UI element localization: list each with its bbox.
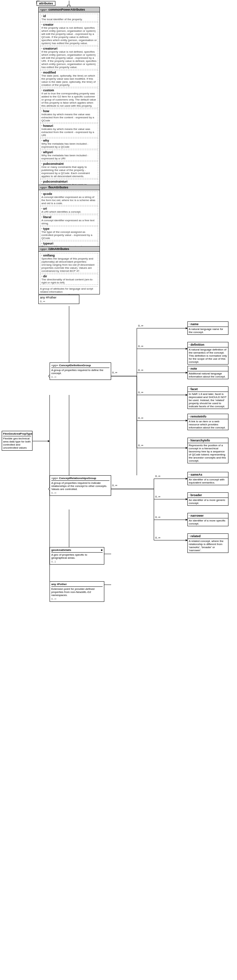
fa-header: «grp» flexAttributes <box>39 185 100 190</box>
rb-def-desc: A natural language definition of the sem… <box>188 347 228 364</box>
i18n-footer: A group of attributes for language and s… <box>40 286 98 293</box>
rb-facet-desc: In NAR 1.8 and later, facet is deprecate… <box>188 392 228 409</box>
mult-narrower: 0..∞ <box>155 515 161 519</box>
field-qcode: · qcode A concept identifier expressed a… <box>40 191 98 205</box>
cdg-header: «grp» ConceptDefinitionGroup <box>51 364 110 368</box>
i18n-header: «grp» i18nAttributes <box>39 247 100 252</box>
rb-def-header: · definition <box>188 342 228 347</box>
rb-facet-header: · facet <box>188 387 228 392</box>
concept-definition-group-box: «grp» ConceptDefinitionGroup A group of … <box>49 363 111 380</box>
geo-area-details-box: geoAreaDetails ■ A geo of properties spe… <box>49 547 104 565</box>
cdg-title: ConceptDefinitionGroup <box>59 364 91 367</box>
field-creatoruri: · creatoruri If the property value is no… <box>40 46 98 69</box>
mult-sameas: 0..∞ <box>155 475 161 478</box>
field-why: · why Why the metadata has been included… <box>40 138 98 149</box>
crg-header: «grp» ConceptRelationshipsGroup <box>51 477 110 481</box>
field-id: · id The local identifier of the propert… <box>40 14 98 22</box>
field-pubconstraint: · pubconstraint One or many constraints … <box>40 161 98 178</box>
rb-sa-header: · sameAs <box>188 472 228 477</box>
gad-title: geoAreaDetails <box>51 549 71 552</box>
i18n-content: · xmllang Specifies the language of this… <box>39 252 100 294</box>
cdg-desc: A group of properties required to define… <box>51 369 110 375</box>
gad-multiplicity: 0..1 <box>51 560 103 563</box>
field-uri: · uri A URI which identifies a concept. <box>40 206 98 214</box>
cdg-multiplicity: 0..∞ <box>51 375 110 379</box>
right-box-related: · related A related concept, where the r… <box>188 533 229 553</box>
mult-related: 0..∞ <box>155 536 161 539</box>
rb-note-desc: Additional natural language information … <box>188 371 228 379</box>
afb-title: any #Fother <box>51 583 103 587</box>
field-xmllang: · xmllang Specifies the language of this… <box>40 253 98 273</box>
afb-desc: Extension point for provider-defined pro… <box>51 587 103 597</box>
rb-broader-desc: An identifier of a more generic concept. <box>188 498 228 505</box>
mult-facet: 0..∞ <box>138 391 143 394</box>
mult-name: 0..∞ <box>138 324 143 327</box>
rb-hi-header: · hierarchyInfo <box>188 438 228 443</box>
rb-hi-desc: Represents the position of a concept in … <box>188 443 228 463</box>
flex-geo-area-prop-type-box: FlexGeoAreaPropType Flexible geo-technic… <box>2 431 32 451</box>
rb-related-header: · related <box>188 534 228 539</box>
right-box-broader: · broader An identifier of a more generi… <box>188 492 229 506</box>
right-box-definition: · definition A natural language definiti… <box>188 342 229 364</box>
crg-desc: A group of properties required to indica… <box>51 482 110 491</box>
any-fother-bottom-box: any #Fother Extension point for provider… <box>49 581 104 602</box>
field-modified: · modified The date (and, optionally, th… <box>40 70 98 87</box>
rb-name-desc: A natural language name for the concept. <box>188 327 228 334</box>
right-box-same-as: · sameAs An identifier of a concept with… <box>188 472 229 485</box>
field-whyuri: · whyuri Why the metadata has been inclu… <box>40 150 98 161</box>
mult-remote: 0..∞ <box>138 417 143 420</box>
concept-relationships-group-box: «grp» ConceptRelationshipsGroup A group … <box>49 475 111 496</box>
cpa-content: · id The local identifier of the propert… <box>39 12 100 212</box>
rb-related-desc: A related concept, where the relationshi… <box>188 539 228 552</box>
i18n-title: i18nAttributes <box>48 247 69 251</box>
any-fother-top-multiplicity: 0..∞ <box>40 300 78 303</box>
attributes-label: attributes <box>37 1 56 6</box>
rb-narrower-header: · narrower <box>188 513 228 519</box>
cpa-title: commonPowerAttributes <box>48 8 85 11</box>
rb-note-header: · note <box>188 366 228 371</box>
fa-title: flexAttributes <box>48 186 68 189</box>
right-box-remote-info: · remoteInfo A link to an item or a web … <box>188 414 229 430</box>
field-creator: · creator If the property value is not d… <box>40 22 98 46</box>
cpa-header: «grp» commonPowerAttributes <box>39 7 100 12</box>
any-fother-top-box: any #Fother 0..∞ <box>38 295 80 304</box>
mult-def: 0..∞ <box>138 345 143 348</box>
field-custom: · custom If set to true the correspondin… <box>40 88 98 108</box>
mult-broader: 0..∞ <box>155 495 161 498</box>
diagram-container: attributes «grp» commonPowerAttributes ·… <box>0 0 237 980</box>
crg-title: ConceptRelationshipsGroup <box>59 477 96 480</box>
field-literal: · literal A concept identifier expressed… <box>40 215 98 226</box>
i18n-stereotype: «grp» <box>40 248 47 251</box>
right-box-narrower: · narrower An identifier of a more speci… <box>188 513 229 526</box>
rb-broader-header: · broader <box>188 493 228 498</box>
right-box-facet: · facet In NAR 1.8 and later, facet is d… <box>188 387 229 409</box>
field-how: · how Indicates by which means the value… <box>40 109 98 123</box>
gad-header: geoAreaDetails ■ <box>51 549 103 552</box>
right-box-note: · note Additional natural language infor… <box>188 366 229 379</box>
common-power-attributes-box: «grp» commonPowerAttributes · id The loc… <box>38 7 100 212</box>
rb-ri-desc: A link to an item or a web resource whic… <box>188 419 228 430</box>
rb-narrower-desc: An identifier of a more specific concept… <box>188 519 228 526</box>
field-howuri: · howuri Indicates by which means the va… <box>40 123 98 137</box>
gad-desc: A geo of properties specific to geograph… <box>51 553 103 559</box>
rb-ri-header: · remoteInfo <box>188 414 228 419</box>
any-fother-top-label: any #Fother <box>40 296 56 299</box>
cpa-stereotype: «grp» <box>40 8 47 11</box>
rb-sa-desc: An identifier of a concept with equivale… <box>188 477 228 485</box>
field-dir: · dir The directionality of textual cont… <box>40 274 98 285</box>
crg-mult-label: 0..∞ <box>112 484 117 487</box>
rb-name-header: · name <box>188 322 228 327</box>
mult-hierarchy: 0..∞ <box>138 444 143 447</box>
i18n-attributes-box: «grp» i18nAttributes · xmllang Specifies… <box>38 246 100 294</box>
fa-stereotype: «grp» <box>40 186 47 189</box>
afb-multiplicity: 0..∞ <box>51 597 103 600</box>
right-box-hierarchy-info: · hierarchyInfo Represents the position … <box>188 438 229 463</box>
crg-multiplicity: 0..∞ <box>51 492 110 495</box>
fgapt-desc: Flexible geo-technical area data type fo… <box>3 437 31 449</box>
fgapt-title: FlexGeoAreaPropType <box>3 432 31 436</box>
field-type: · type The type of the concept assigned … <box>40 226 98 240</box>
right-box-name: · name A natural language name for the c… <box>188 321 229 335</box>
mult-note: 0..∞ <box>138 369 143 372</box>
cdg-mult-label: 0..∞ <box>112 371 117 374</box>
